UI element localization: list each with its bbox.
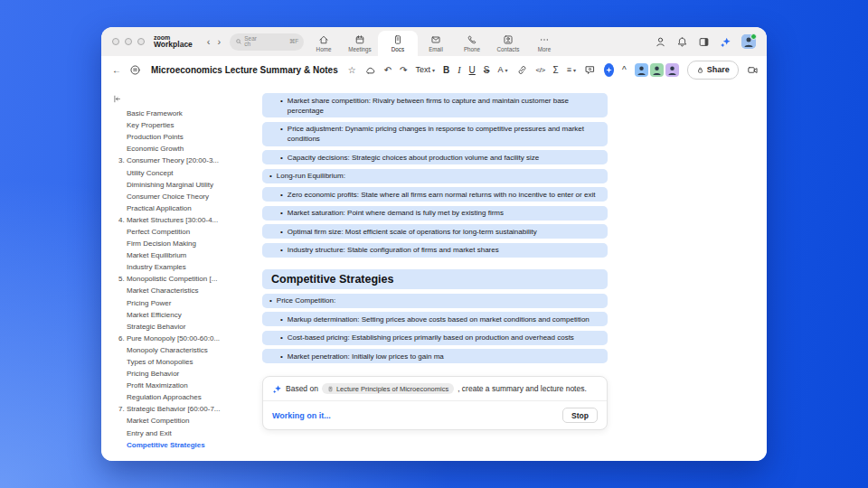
outline-item[interactable]: Types of Monopolies [101,356,262,368]
outline-item[interactable]: Basic Framework [101,108,262,119]
doc-bullet[interactable]: • Industry structure: Stable configurati… [262,243,608,258]
tab-home[interactable]: Home [306,31,342,56]
outline-item[interactable]: 3. Consumer Theory [20:00-3... [101,155,262,166]
code-block-button[interactable]: </> [536,66,545,74]
ai-companion-sparkle-icon[interactable] [720,36,731,48]
document-content: • Market share competition: Rivalry betw… [262,83,608,461]
outline-item[interactable]: Profit Maximization [101,380,262,391]
collaborator-avatar[interactable] [635,63,648,77]
comment-icon[interactable] [584,64,596,76]
outline-item[interactable]: Firm Decision Making [101,238,262,249]
outline-item[interactable]: Utility Concept [101,166,262,178]
outline-item[interactable]: Strategic Behavior [101,321,262,333]
strikethrough-button[interactable]: S [484,65,490,75]
bullet-text: Zero economic profits: State where all f… [288,190,602,200]
nav-forward-button[interactable]: › [218,36,222,47]
doc-bullet[interactable]: • Zero economic profits: State where all… [262,187,608,202]
side-panel-toggle-icon[interactable] [698,36,710,48]
outline-item[interactable]: Market Efficiency [101,309,262,321]
outline-item[interactable]: Perfect Competition [101,226,262,238]
outline-item[interactable]: Market Competition [101,415,262,427]
tab-more[interactable]: More [526,31,562,56]
outline-item[interactable]: Monopoly Characteristics [101,344,262,356]
outline-item[interactable]: 7. Strategic Behavior [60:00-7... [101,403,262,415]
ai-prompt-prefix: Based on [286,384,318,393]
outline-item[interactable]: Market Equilibrium [101,249,262,261]
doc-bullet[interactable]: • Price adjustment: Dynamic pricing chan… [262,122,608,146]
doc-bullet[interactable]: • Market penetration: Initially low pric… [262,349,608,363]
tab-meetings[interactable]: Meetings [342,31,378,56]
bullet-dot: • [269,296,272,305]
lock-icon [696,66,704,74]
outline-item[interactable]: Key Properties [101,119,262,131]
outline-item[interactable]: Pricing Behavior [101,368,262,380]
doc-badge-icon[interactable] [129,64,141,76]
tab-docs[interactable]: Docs [378,31,418,56]
stop-button[interactable]: Stop [562,408,598,423]
user-avatar[interactable] [741,34,756,49]
search-input[interactable]: Search ⌘F [230,33,304,51]
link-icon[interactable] [516,64,528,76]
minimize-window-button[interactable] [125,38,132,45]
ai-prompt-suffix: , create a summary and lecture notes. [458,384,587,393]
tab-contacts[interactable]: Contacts [490,31,526,56]
outline-item[interactable]: Practical Application [101,202,262,214]
collapse-sidebar-icon[interactable] [112,91,122,107]
collaborator-avatar[interactable] [650,63,664,77]
search-placeholder: Search [244,36,257,48]
back-arrow-icon[interactable]: ← [112,65,121,75]
bullet-dot: • [280,245,283,255]
doc-bullet[interactable]: • Long-run Equilibrium: [262,169,608,183]
outline-item[interactable]: 5. Monopolistic Competition [... [101,273,262,285]
ai-sparkle-icon [272,384,282,394]
italic-button[interactable]: I [458,65,460,75]
outline-item[interactable]: Consumer Choice Theory [101,191,262,202]
nav-back-button[interactable]: ‹ [207,36,211,47]
cloud-sync-icon[interactable] [364,64,376,76]
doc-bullet[interactable]: • Capacity decisions: Strategic choices … [262,150,608,164]
outline-item[interactable]: Pricing Power [101,297,262,309]
tab-phone[interactable]: Phone [454,31,490,56]
text-color-dropdown[interactable]: A ▾ [498,65,508,74]
doc-bullet[interactable]: • Price Competition: [262,294,608,308]
outline-item[interactable]: 4. Market Structures [30:00-4... [101,214,262,226]
doc-bullet[interactable]: • Markup determination: Setting prices a… [262,312,608,326]
outline-item[interactable]: Production Points [101,131,262,143]
text-style-dropdown[interactable]: Text ▾ [415,65,435,74]
profile-icon[interactable] [655,36,666,48]
outline-item[interactable]: Competitive Strategies [101,439,262,451]
outline-item[interactable]: Industry Examples [101,261,262,273]
share-button[interactable]: Share [687,61,739,80]
home-icon [318,34,329,45]
doc-bullet[interactable]: • Cost-based pricing: Establishing price… [262,331,608,345]
ai-companion-button[interactable] [604,63,614,77]
collaborator-avatar[interactable] [665,63,679,77]
video-camera-icon[interactable] [747,64,759,76]
collapse-toolbar-icon[interactable]: ^ [622,65,627,75]
tab-email[interactable]: Email [418,31,454,56]
outline-item[interactable]: Diminishing Marginal Utility [101,179,262,191]
outline-item[interactable]: Regulation Approaches [101,391,262,403]
formula-button[interactable]: Σ [553,65,559,75]
doc-bullet[interactable]: • Optimal firm size: Most efficient scal… [262,224,608,239]
star-icon[interactable]: ☆ [348,65,356,75]
underline-button[interactable]: U [469,65,476,75]
search-icon [235,38,242,45]
tab-label: More [538,46,551,52]
doc-bullet[interactable]: • Market saturation: Point where demand … [262,206,608,221]
outline-item[interactable]: Economic Growth [101,143,262,155]
outline-item[interactable]: Entry and Exit [101,427,262,439]
notifications-bell-icon[interactable] [676,36,688,48]
bold-button[interactable]: B [443,65,449,75]
doc-bullet[interactable]: • Market share competition: Rivalry betw… [262,93,608,117]
outline-item[interactable]: Market Characteristics [101,285,262,296]
source-doc-chip[interactable]: Lecture Principles of Microeconomics [322,383,454,394]
doc-heading[interactable]: Competitive Strategies [262,269,608,289]
undo-icon[interactable]: ↶ [384,65,392,75]
close-window-button[interactable] [112,38,119,45]
tab-label: Meetings [348,46,372,52]
outline-item[interactable]: 6. Pure Monopoly [50:00-60:0... [101,333,262,344]
zoom-window-button[interactable] [137,38,145,45]
redo-icon[interactable]: ↷ [400,65,407,75]
align-dropdown[interactable]: ≡ ▾ [567,65,576,74]
